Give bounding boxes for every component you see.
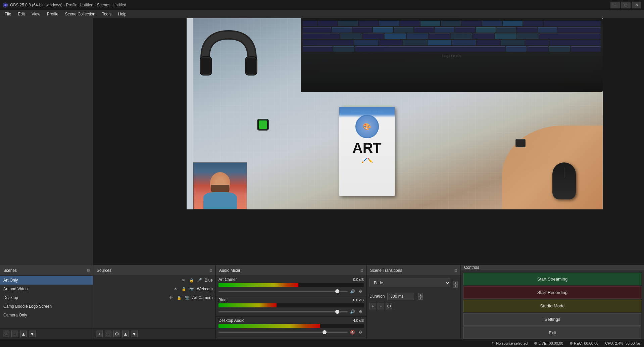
sources-add-button[interactable]: + bbox=[96, 331, 103, 337]
audio-meter-bar-2 bbox=[218, 324, 320, 328]
pip-webcam bbox=[193, 162, 247, 209]
transitions-add-button[interactable]: + bbox=[369, 303, 376, 309]
scene-item-art-video[interactable]: Art and Video bbox=[0, 285, 93, 293]
status-cpu: CPU: 2.4%, 30.00 fps bbox=[605, 341, 641, 345]
scenes-down-button[interactable]: ▼ bbox=[29, 331, 36, 337]
audio-gear-1[interactable]: ⚙ bbox=[357, 308, 364, 315]
source-label-webcam: Webcam bbox=[197, 287, 213, 291]
svg-rect-5 bbox=[201, 58, 211, 74]
scenes-remove-button[interactable]: − bbox=[11, 331, 18, 337]
menu-view[interactable]: View bbox=[28, 11, 44, 17]
keyboard: logitech bbox=[301, 18, 603, 92]
maximize-button[interactable]: □ bbox=[621, 2, 631, 8]
audio-gear-0[interactable]: ⚙ bbox=[357, 288, 364, 295]
menu-edit[interactable]: Edit bbox=[14, 11, 28, 17]
transitions-panel-title: Scene Transitions bbox=[370, 268, 402, 273]
scene-item-desktop[interactable]: Desktop bbox=[0, 293, 93, 302]
scenes-panel-header: Scenes ⊡ bbox=[0, 265, 93, 276]
controls-panel-header: Controls bbox=[461, 265, 644, 270]
transition-stepper-up[interactable]: ▲ bbox=[453, 281, 458, 284]
audio-channel-db-0: 0.0 dB bbox=[353, 278, 364, 282]
duration-stepper-up[interactable]: ▲ bbox=[418, 293, 423, 296]
transitions-panel-icon[interactable]: ⊡ bbox=[454, 268, 457, 272]
minimize-button[interactable]: – bbox=[610, 2, 620, 8]
transition-select[interactable]: Fade Cut bbox=[369, 279, 450, 287]
title-bar: OBS 25.0.8 (64-bit, windows) - Profile: … bbox=[0, 0, 644, 10]
studio-mode-button[interactable]: Studio Mode bbox=[463, 300, 641, 312]
source-lock-art-camera[interactable]: 🔒 bbox=[177, 295, 182, 300]
duration-input[interactable] bbox=[387, 293, 414, 300]
source-item-blue[interactable]: 👁 🔒 🎤 Blue bbox=[93, 276, 215, 285]
close-button[interactable]: ✕ bbox=[632, 2, 641, 8]
sources-settings-button[interactable]: ⚙ bbox=[113, 331, 120, 337]
transitions-settings-button[interactable]: ⚙ bbox=[386, 303, 392, 309]
source-visibility-art-camera[interactable]: 👁 bbox=[168, 295, 174, 300]
menu-scene-collection[interactable]: Scene Collection bbox=[62, 11, 99, 17]
source-icon-blue: 🎤 bbox=[197, 278, 202, 283]
transition-stepper-down[interactable]: ▼ bbox=[453, 284, 458, 288]
sources-panel-title: Sources bbox=[97, 268, 111, 273]
audio-mute-2[interactable]: 🔇 bbox=[349, 329, 356, 336]
menu-file[interactable]: File bbox=[1, 11, 14, 17]
exit-button[interactable]: Exit bbox=[463, 327, 641, 339]
obs-icon bbox=[3, 2, 8, 8]
transitions-remove-button[interactable]: − bbox=[378, 303, 384, 309]
settings-button[interactable]: Settings bbox=[463, 313, 641, 326]
start-streaming-button[interactable]: Start Streaming bbox=[463, 273, 641, 285]
sources-toolbar: + − ⚙ ▲ ▼ bbox=[93, 328, 215, 339]
audio-channel-blue: Blue 0.0 dB 🔊 ⚙ bbox=[216, 296, 366, 317]
scene-transitions-panel: Scene Transitions ⊡ Fade Cut ▲ ▼ bbox=[367, 265, 461, 339]
audio-mute-1[interactable]: 🔊 bbox=[349, 308, 356, 315]
sources-remove-button[interactable]: − bbox=[105, 331, 111, 337]
scenes-up-button[interactable]: ▲ bbox=[20, 331, 27, 337]
audio-mute-0[interactable]: 🔊 bbox=[349, 288, 356, 295]
book-art-items: 🖌️✏️ bbox=[361, 158, 373, 163]
audio-channel-name-0: Art Camer bbox=[218, 277, 237, 282]
mouse bbox=[552, 162, 576, 199]
menu-tools[interactable]: Tools bbox=[99, 11, 115, 17]
audio-slider-1[interactable] bbox=[218, 311, 348, 312]
scene-item-camp-boddie[interactable]: Camp Boddie Logo Screen bbox=[0, 302, 93, 311]
scene-item-art-only[interactable]: Art Only bbox=[0, 276, 93, 285]
sources-down-button[interactable]: ▼ bbox=[131, 331, 138, 337]
source-item-webcam[interactable]: 👁 🔒 📷 Webcam bbox=[93, 285, 215, 293]
menu-profile[interactable]: Profile bbox=[44, 11, 62, 17]
source-visibility-blue[interactable]: 👁 bbox=[181, 278, 186, 283]
source-item-art-camera[interactable]: 👁 🔒 📷 Art Camera bbox=[93, 293, 215, 302]
title-bar-left: OBS 25.0.8 (64-bit, windows) - Profile: … bbox=[3, 2, 126, 8]
rec-indicator bbox=[570, 342, 573, 345]
transitions-panel-header: Scene Transitions ⊡ bbox=[367, 265, 460, 276]
duration-label: Duration bbox=[369, 294, 385, 299]
scene-item-camera-only[interactable]: Camera Only bbox=[0, 311, 93, 319]
audio-meter-bar-0 bbox=[218, 283, 298, 287]
duration-stepper-down[interactable]: ▼ bbox=[418, 296, 423, 300]
sources-panel-icon[interactable]: ⊡ bbox=[209, 268, 212, 272]
sources-up-button[interactable]: ▲ bbox=[122, 331, 129, 337]
scenes-add-button[interactable]: + bbox=[3, 331, 9, 337]
audio-slider-2[interactable] bbox=[218, 332, 348, 333]
audio-slider-0[interactable] bbox=[218, 291, 348, 292]
menu-help[interactable]: Help bbox=[115, 11, 130, 17]
sources-panel: Sources ⊡ 👁 🔒 🎤 Blue 👁 🔒 📷 bbox=[93, 265, 216, 339]
controls-panel: Controls Start Streaming Start Recording… bbox=[461, 265, 644, 339]
scenes-panel-icon[interactable]: ⊡ bbox=[87, 268, 90, 272]
menu-bar: File Edit View Profile Scene Collection … bbox=[0, 10, 644, 18]
scenes-panel-title: Scenes bbox=[3, 268, 17, 273]
source-visibility-webcam[interactable]: 👁 bbox=[173, 286, 179, 292]
status-bar: ⊘ No source selected LIVE: 00:00:00 REC:… bbox=[0, 339, 644, 347]
no-source-icon: ⊘ bbox=[492, 341, 495, 345]
audio-meter-1 bbox=[218, 303, 364, 307]
audio-meter-bar-1 bbox=[218, 303, 277, 307]
main-container: logitech MERIT BADGE SE bbox=[0, 18, 644, 347]
rec-label: REC: bbox=[574, 341, 583, 345]
preview-wrapper: logitech MERIT BADGE SE bbox=[0, 18, 644, 265]
audio-panel-icon[interactable]: ⊡ bbox=[360, 268, 363, 272]
start-recording-button[interactable]: Start Recording bbox=[463, 286, 641, 299]
audio-gear-2[interactable]: ⚙ bbox=[357, 329, 364, 336]
audio-meter-2 bbox=[218, 324, 364, 328]
source-label-art-camera: Art Camera bbox=[192, 295, 213, 300]
watch bbox=[257, 119, 269, 131]
source-lock-blue[interactable]: 🔒 bbox=[189, 278, 194, 283]
source-label-blue: Blue bbox=[205, 278, 213, 283]
source-lock-webcam[interactable]: 🔒 bbox=[181, 286, 187, 292]
